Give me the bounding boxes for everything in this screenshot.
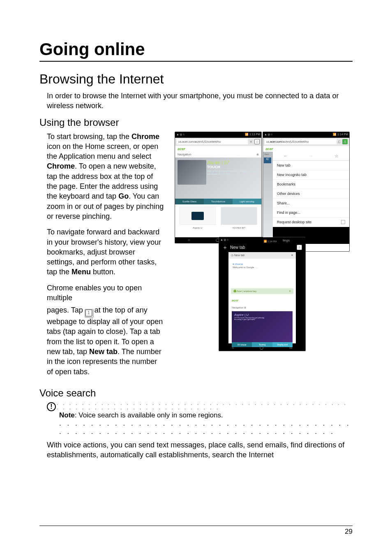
menu-item[interactable]: New Incognito tab — [273, 170, 349, 180]
heading-using-browser: Using the browser — [39, 117, 353, 128]
tabs-icon: 1 — [85, 309, 92, 317]
para-chrome-start: To start browsing, tap the Chrome icon o… — [47, 132, 164, 222]
page-number: 29 — [39, 526, 353, 536]
tabs-button-icon[interactable]: ▯ — [342, 139, 348, 144]
address-bar[interactable]: us.acer.com/ac/en/US/content/ho — [177, 139, 248, 144]
screenshot-tabs: ▲ ψ ⌂📶 1:14 PM ＋New tab2 ◷ New tab✕ ● ch… — [219, 237, 306, 351]
menu-item[interactable]: New tab — [273, 161, 349, 170]
screenshot-browser: ▲ ψ ⌂📶 1:13 PM us.acer.com/ac/en/US/cont… — [175, 132, 262, 243]
menu-item[interactable]: Share... — [273, 199, 349, 208]
note-icon: ! — [47, 402, 56, 411]
page-title: Going online — [39, 39, 353, 59]
screenshot-menu: ▲ ψ ⌂📶 1:14 PM us.acer.com/ac/en/US/cont… — [263, 132, 350, 252]
intro-paragraph: In order to browse the Internet with you… — [47, 91, 353, 111]
menu-nav-row[interactable]: ←→☆ — [273, 152, 349, 161]
para-tabs: pages. Tap 1 at the top of any webpage t… — [47, 305, 164, 377]
para-voice-actions: With voice actions, you can send text me… — [47, 440, 353, 460]
para-multiple-pages: Chrome enables you to open multiple — [47, 283, 164, 303]
title-rule — [39, 61, 353, 62]
menu-item[interactable]: Request desktop site — [273, 218, 349, 227]
screenshot-collage: ▲ ψ ⌂📶 1:13 PM us.acer.com/ac/en/US/cont… — [172, 132, 353, 351]
tabs-button-icon[interactable]: ▯ — [254, 139, 260, 144]
address-bar[interactable]: us.acer.com/ac/en/US/content/ho — [265, 139, 337, 144]
para-menu-button: To navigate forward and backward in your… — [47, 227, 164, 277]
menu-item[interactable]: Other devices — [273, 189, 349, 199]
heading-browsing: Browsing the Internet — [39, 72, 353, 87]
note-block: ! · · · · · · · · · · · · · · · · · · · … — [47, 402, 353, 438]
acer-logo: acer — [178, 147, 185, 151]
heading-voice-search: Voice search — [39, 387, 353, 399]
menu-item[interactable]: Bookmarks — [273, 180, 349, 189]
menu-item[interactable]: Find in page... — [273, 208, 349, 218]
new-tab-button[interactable]: ＋New tab2 — [219, 243, 305, 252]
